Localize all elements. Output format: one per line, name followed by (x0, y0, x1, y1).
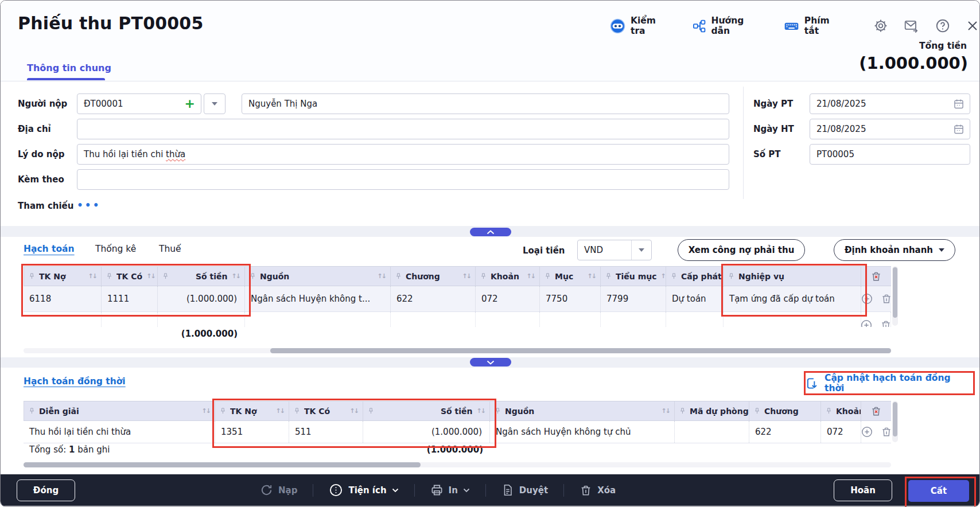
save-button[interactable]: Cất (908, 480, 969, 502)
table-cell[interactable]: 511 (289, 421, 363, 443)
pin-icon[interactable] (368, 407, 374, 415)
pin-icon[interactable] (679, 407, 686, 415)
payer-name-input[interactable] (242, 93, 729, 114)
sort-icon[interactable]: ↑↓ (88, 272, 96, 280)
column-header[interactable]: TK Có↑↓ (102, 267, 158, 286)
column-header[interactable]: Mục↑↓ (540, 267, 601, 286)
column-header[interactable]: Chương (749, 401, 821, 420)
simultaneous-hscrollbar[interactable] (24, 462, 891, 467)
close-button[interactable]: Đóng (17, 479, 75, 501)
pin-icon[interactable] (728, 272, 734, 280)
table-cell[interactable] (245, 312, 391, 327)
column-header[interactable]: Số tiền↑↓ (158, 267, 245, 286)
column-header[interactable]: TK Nợ↑↓ (24, 267, 102, 286)
sort-icon[interactable]: ↑↓ (477, 407, 485, 415)
table-cell[interactable]: Ngân sách Huyện không tự chủ (490, 421, 675, 443)
sort-icon[interactable]: ↑↓ (350, 407, 358, 415)
simultaneous-title-link[interactable]: Hạch toán đồng thời (24, 376, 126, 387)
close-icon[interactable] (966, 19, 979, 33)
sort-icon[interactable]: ↑↓ (661, 272, 666, 280)
mail-send-icon[interactable] (904, 18, 920, 33)
pin-icon[interactable] (29, 407, 35, 415)
posting-date-input[interactable] (810, 120, 953, 138)
sort-icon[interactable]: ↑↓ (276, 407, 284, 415)
column-header[interactable]: Khoản↑↓ (476, 267, 540, 286)
sort-icon[interactable]: ↑↓ (527, 272, 535, 280)
column-header[interactable]: Nguồn↑↓ (490, 401, 675, 420)
quick-entry-button[interactable]: Định khoản nhanh (834, 239, 955, 261)
simultaneous-vscrollbar[interactable] (892, 401, 898, 442)
pin-icon[interactable] (162, 272, 169, 280)
column-header[interactable]: Nghiệp vụ (724, 267, 861, 286)
column-header[interactable]: Chương↑↓ (391, 267, 476, 286)
sort-icon[interactable]: ↑↓ (662, 407, 670, 415)
add-row-icon[interactable] (861, 426, 873, 438)
table-cell[interactable]: Ngân sách Huyện không t... (245, 286, 391, 311)
sort-icon[interactable]: ↑↓ (588, 272, 596, 280)
table-cell[interactable] (675, 421, 749, 443)
scrollbar-thumb[interactable] (893, 402, 897, 436)
table-cell[interactable] (666, 312, 724, 327)
reason-input[interactable]: Thu hồi lại tiền chi thừa (77, 144, 729, 165)
table-cell[interactable]: 072 (821, 421, 861, 443)
pin-icon[interactable] (605, 272, 612, 280)
column-header[interactable]: Diễn giải↑↓ (24, 401, 215, 420)
table-cell[interactable]: (1.000.000) (363, 421, 490, 443)
currency-select[interactable]: VND (577, 240, 652, 260)
payer-code-field[interactable]: + (77, 93, 201, 114)
update-simultaneous-link[interactable]: Cập nhật hạch toán đồng thời (804, 371, 975, 395)
table-cell[interactable]: 7799 (601, 286, 666, 311)
table-cell[interactable]: 622 (749, 421, 821, 443)
shortcut-button[interactable]: Phím tắt (784, 15, 847, 36)
table-cell[interactable] (601, 312, 666, 327)
column-header[interactable]: Cấp phát↑↓ (666, 267, 724, 286)
pin-icon[interactable] (250, 272, 256, 280)
guide-button[interactable]: Hướng dẫn (692, 15, 765, 36)
table-cell[interactable]: Tạm ứng đã cấp dự toán (724, 286, 861, 311)
pin-icon[interactable] (480, 272, 487, 280)
tab-thue[interactable]: Thuế (159, 244, 181, 254)
delete-row-icon[interactable] (881, 426, 892, 438)
delete-all-icon[interactable] (870, 271, 882, 282)
table-cell[interactable]: 072 (476, 286, 540, 311)
table-cell[interactable]: Thu hồi lại tiền chi thừa (24, 421, 215, 443)
add-row-icon[interactable] (861, 292, 873, 305)
scrollbar-thumb[interactable] (893, 267, 897, 318)
check-button[interactable]: Kiểm tra (610, 15, 674, 36)
payer-code-input[interactable] (77, 95, 185, 113)
receipt-date-input[interactable] (810, 95, 953, 113)
calendar-icon[interactable] (953, 98, 965, 110)
calendar-icon[interactable] (953, 123, 965, 135)
add-payer-icon[interactable]: + (185, 98, 195, 110)
accounting-vscrollbar[interactable] (892, 266, 898, 326)
sort-icon[interactable]: ↑↓ (202, 407, 210, 415)
table-cell[interactable]: (1.000.000) (158, 286, 245, 311)
pin-icon[interactable] (495, 407, 501, 415)
table-cell[interactable]: Dự toán (666, 286, 724, 311)
receipt-date-field[interactable] (810, 93, 970, 114)
delete-row-icon[interactable] (880, 319, 891, 327)
table-cell[interactable] (724, 312, 861, 327)
table-cell[interactable] (476, 312, 540, 327)
attachment-input[interactable] (77, 169, 729, 190)
receipt-number-input[interactable] (810, 144, 970, 165)
table-cell[interactable] (24, 312, 102, 327)
approve-button[interactable]: Duyệt (501, 483, 548, 497)
column-header[interactable]: Tiểu mục↑↓ (601, 267, 666, 286)
pin-icon[interactable] (220, 407, 226, 415)
pin-icon[interactable] (754, 407, 760, 415)
tab-general-info[interactable]: Thông tin chung (27, 63, 111, 73)
reference-more-icon[interactable]: ••• (77, 196, 101, 216)
table-cell[interactable]: 1111 (102, 286, 158, 311)
scrollbar-thumb[interactable] (24, 462, 421, 467)
delete-button[interactable]: Xóa (580, 484, 616, 497)
payer-dropdown-button[interactable] (204, 93, 225, 114)
table-cell[interactable]: 622 (391, 286, 476, 311)
pin-icon[interactable] (671, 272, 677, 280)
column-header[interactable]: Số tiền↑↓ (363, 401, 490, 420)
add-row-icon[interactable] (861, 319, 873, 327)
table-cell[interactable]: 1351 (215, 421, 289, 443)
collapse-up-button[interactable] (470, 228, 511, 236)
posting-date-field[interactable] (810, 119, 970, 139)
tab-hach-toan[interactable]: Hạch toán (24, 244, 75, 254)
